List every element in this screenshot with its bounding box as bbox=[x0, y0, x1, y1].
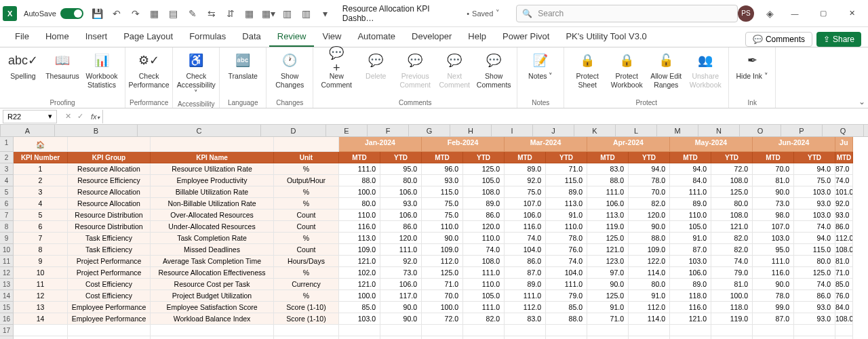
cell[interactable] bbox=[151, 137, 274, 152]
cell[interactable]: 121.0 bbox=[670, 313, 711, 325]
cell[interactable]: 116.0 bbox=[670, 302, 711, 313]
column-header[interactable]: I bbox=[492, 125, 533, 137]
cell[interactable]: 89.0 bbox=[505, 163, 546, 175]
cell[interactable]: 111.0 bbox=[670, 186, 711, 198]
cell[interactable]: 86.0 bbox=[505, 256, 546, 267]
cell[interactable]: Task Completion Rate bbox=[151, 233, 274, 244]
cell[interactable]: Task Efficiency bbox=[68, 244, 151, 256]
cell[interactable]: 86.0 bbox=[463, 210, 505, 221]
qat-dropdown-icon[interactable]: ▾ bbox=[319, 7, 332, 20]
cell[interactable]: 109.0 bbox=[339, 244, 380, 256]
cell[interactable]: 104.0 bbox=[505, 244, 546, 256]
cell[interactable]: Resource Distribution bbox=[68, 210, 151, 221]
cell[interactable]: % bbox=[274, 163, 339, 175]
cell[interactable] bbox=[463, 325, 505, 336]
menu-tab-view[interactable]: View bbox=[314, 27, 349, 47]
toggle-on-icon[interactable] bbox=[60, 8, 83, 19]
cell[interactable]: % bbox=[274, 290, 339, 302]
row-header[interactable]: 12 bbox=[0, 267, 14, 279]
qat-icon-1[interactable]: ▦ bbox=[149, 7, 161, 20]
name-box[interactable]: R22▾ bbox=[3, 110, 57, 123]
cell[interactable]: 112.0 bbox=[422, 256, 463, 267]
cell[interactable]: 74.0 bbox=[463, 244, 505, 256]
cell[interactable]: 82.0 bbox=[463, 313, 505, 325]
qat-icon-4[interactable]: ⇆ bbox=[205, 7, 218, 20]
cell[interactable]: 90.0 bbox=[753, 186, 794, 198]
maximize-button[interactable]: ▢ bbox=[814, 4, 833, 23]
cell[interactable] bbox=[546, 325, 587, 336]
cell[interactable]: Count bbox=[274, 244, 339, 256]
cell[interactable]: 108.0 bbox=[463, 256, 505, 267]
cell[interactable]: Hours/Days bbox=[274, 256, 339, 267]
search-input[interactable]: 🔍 Search bbox=[516, 5, 738, 22]
cell[interactable]: 80.0 bbox=[794, 256, 835, 267]
menu-tab-help[interactable]: Help bbox=[460, 27, 494, 47]
cell[interactable] bbox=[835, 325, 853, 336]
cell[interactable] bbox=[68, 325, 151, 336]
cell[interactable]: Resource Allocation Effectiveness bbox=[151, 267, 274, 279]
autosave-toggle[interactable]: AutoSave bbox=[24, 8, 83, 19]
cell[interactable]: Cost Efficiency bbox=[68, 290, 151, 302]
row-header[interactable]: 16 bbox=[0, 313, 14, 325]
cell[interactable] bbox=[505, 336, 546, 339]
cell[interactable]: 86.0 bbox=[794, 290, 835, 302]
column-header[interactable]: E bbox=[326, 125, 368, 137]
cell[interactable]: 109.0 bbox=[629, 244, 670, 256]
cell[interactable]: 70.0 bbox=[629, 186, 670, 198]
cell[interactable]: 88.0 bbox=[546, 313, 587, 325]
cell[interactable]: 111.0 bbox=[463, 302, 505, 313]
cell[interactable]: Over-Allocated Resources bbox=[151, 210, 274, 221]
cell[interactable]: 125.0 bbox=[587, 233, 629, 244]
new-comment-button[interactable]: 💬+New Comment bbox=[317, 50, 355, 98]
subcolumn-title[interactable]: YTD bbox=[546, 152, 587, 163]
share-button[interactable]: ⇪ Share bbox=[816, 32, 861, 47]
cell[interactable]: 125.0 bbox=[422, 267, 463, 279]
cell[interactable]: % bbox=[274, 186, 339, 198]
cell[interactable]: 115.0 bbox=[422, 186, 463, 198]
cell[interactable]: Employee Performance bbox=[68, 313, 151, 325]
cell[interactable]: 71.0 bbox=[422, 279, 463, 290]
cell[interactable]: 113.0 bbox=[587, 210, 629, 221]
cell[interactable]: 94.0 bbox=[629, 163, 670, 175]
cancel-icon[interactable]: ✕ bbox=[62, 112, 73, 121]
cell[interactable] bbox=[629, 325, 670, 336]
cell[interactable]: Output/Hour bbox=[274, 175, 339, 186]
cell[interactable]: 3 bbox=[14, 186, 68, 198]
cell[interactable]: 82.0 bbox=[711, 244, 753, 256]
cell[interactable]: 82.0 bbox=[711, 233, 753, 244]
cell[interactable]: Score (1-10) bbox=[274, 302, 339, 313]
cell[interactable]: 88.0 bbox=[339, 175, 380, 186]
cell[interactable]: Resource Allocation bbox=[68, 163, 151, 175]
column-header[interactable]: D bbox=[261, 125, 326, 137]
cell[interactable]: 103.0 bbox=[753, 233, 794, 244]
cell[interactable]: 120.0 bbox=[380, 233, 422, 244]
subcolumn-title[interactable]: MTD bbox=[753, 152, 794, 163]
cell[interactable] bbox=[14, 336, 68, 339]
cell[interactable] bbox=[463, 336, 505, 339]
cell[interactable]: 90.0 bbox=[587, 279, 629, 290]
cell[interactable]: 93.0 bbox=[422, 175, 463, 186]
cell[interactable]: 89.0 bbox=[546, 186, 587, 198]
cell[interactable]: 110.0 bbox=[339, 210, 380, 221]
cell[interactable]: 96.0 bbox=[422, 163, 463, 175]
cell[interactable]: 74.0 bbox=[505, 233, 546, 244]
subcolumn-title[interactable]: YTD bbox=[794, 152, 835, 163]
cell[interactable]: 92.0 bbox=[380, 256, 422, 267]
cell[interactable]: 93.0 bbox=[380, 198, 422, 210]
cell[interactable]: 100.0 bbox=[711, 290, 753, 302]
cell[interactable]: 113.0 bbox=[339, 233, 380, 244]
column-header[interactable] bbox=[864, 125, 868, 137]
column-header[interactable]: B bbox=[55, 125, 138, 137]
cell[interactable]: 70.0 bbox=[753, 163, 794, 175]
cell[interactable]: 112.0 bbox=[629, 302, 670, 313]
cell[interactable]: 87.0 bbox=[835, 163, 853, 175]
month-header[interactable]: Ju bbox=[835, 137, 853, 152]
notes-button[interactable]: 📝Notes ˅ bbox=[521, 50, 559, 98]
cell[interactable]: 106.0 bbox=[587, 198, 629, 210]
cell[interactable] bbox=[339, 336, 380, 339]
qat-icon-9[interactable]: ▥ bbox=[300, 7, 313, 20]
confirm-icon[interactable]: ✓ bbox=[75, 112, 85, 121]
cell[interactable]: 89.0 bbox=[463, 198, 505, 210]
cell[interactable]: 89.0 bbox=[505, 279, 546, 290]
show-comments-button[interactable]: 💬Show Comments bbox=[475, 50, 513, 98]
